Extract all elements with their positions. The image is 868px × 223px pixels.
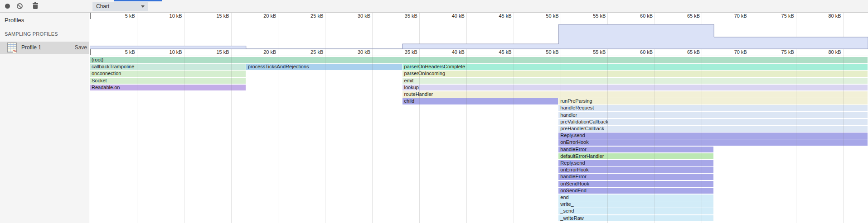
flame-bar-onErrorHook[interactable]: onErrorHook: [558, 167, 713, 173]
flame-bar-Reply.send[interactable]: Reply.send: [558, 133, 868, 139]
flame-ruler-tick-label: 10 kB: [170, 49, 182, 55]
delete-profile-button[interactable]: [30, 0, 41, 12]
flame-bar-Readable.on[interactable]: Readable.on: [90, 85, 246, 91]
flame-bar-defaultErrorHandler[interactable]: defaultErrorHandler: [558, 153, 713, 160]
flame-ruler-tick-label: 5 kB: [125, 49, 135, 55]
gridline: [278, 56, 278, 223]
ruler-origin-tick: [90, 49, 91, 55]
flame-bar-Reply.send[interactable]: Reply.send: [558, 160, 713, 166]
flame-bar-child[interactable]: child: [402, 98, 558, 104]
flame-ruler-tick-label: 25 kB: [310, 49, 323, 55]
gridline: [372, 56, 373, 223]
flame-bar-callbackTrampoline[interactable]: callbackTrampoline: [90, 64, 246, 70]
flame-bar-end[interactable]: end: [558, 195, 713, 201]
flame-ruler-tick-label: 50 kB: [546, 49, 558, 55]
chevron-down-icon: [141, 5, 145, 8]
flame-bar-_writeRaw[interactable]: _writeRaw: [558, 215, 713, 222]
view-mode-value: Chart: [96, 3, 109, 9]
flame-ruler-tick-label: 30 kB: [358, 49, 370, 55]
overview-ruler-tick-label: 40 kB: [452, 13, 465, 19]
memory-overview-area-chart[interactable]: [90, 19, 868, 49]
flame-bar-write_[interactable]: write_: [558, 201, 713, 208]
sampling-profiles-section-label: SAMPLING PROFILES: [5, 31, 58, 37]
flame-bar-handler[interactable]: handler: [558, 112, 868, 119]
overview-ruler-tick-label: 55 kB: [593, 13, 606, 19]
flame-ruler-tick-label: 35 kB: [405, 49, 417, 55]
sidebar-item-profile-1[interactable]: % Profile 1 Save: [0, 42, 89, 54]
flame-ruler-tick-label: 65 kB: [687, 49, 700, 55]
flame-bar-emit[interactable]: emit: [402, 78, 868, 84]
sidebar-title: Profiles: [5, 17, 24, 24]
save-profile-link[interactable]: Save: [75, 44, 87, 51]
ruler-divider: [90, 56, 868, 56]
toolbar: Chart: [0, 0, 868, 13]
profiles-sidebar: Profiles SAMPLING PROFILES % Profile 1 S…: [0, 13, 89, 223]
clear-all-button[interactable]: [14, 0, 25, 12]
overview-ruler-tick-label: 15 kB: [216, 13, 229, 19]
overview-area-shape: [90, 24, 868, 49]
flame-bar-_send[interactable]: _send: [558, 208, 713, 214]
heap-profiler-panel: Chart Profiles SAMPLING PROFILES % Profi…: [0, 0, 868, 223]
overview-ruler-tick-label: 30 kB: [358, 13, 370, 19]
flame-chart-panel: 5 kB5 kB10 kB10 kB15 kB15 kB20 kB20 kB25…: [90, 13, 868, 223]
flame-bar-parserOnHeadersComplete[interactable]: parserOnHeadersComplete: [402, 64, 868, 70]
profile-percent-sheet-icon: %: [7, 43, 17, 52]
flame-bar-handleError[interactable]: handleError: [558, 174, 713, 180]
flame-ruler-tick-label: 45 kB: [499, 49, 512, 55]
ruler-divider: [90, 49, 868, 49]
overview-ruler-tick-label: 75 kB: [781, 13, 794, 19]
block-icon: [17, 3, 23, 9]
trash-icon: [33, 3, 38, 9]
active-tab-indicator: [114, 0, 162, 1]
flame-ruler-tick-label: 40 kB: [452, 49, 465, 55]
flame-ruler-tick-label: 70 kB: [734, 49, 747, 55]
overview-ruler-tick-label: 10 kB: [170, 13, 182, 19]
flame-bar-preHandlerCallback[interactable]: preHandlerCallback: [558, 126, 868, 132]
flame-bar-parserOnIncoming[interactable]: parserOnIncoming: [402, 71, 868, 77]
profile-name: Profile 1: [21, 44, 41, 51]
flame-bar-onErrorHook[interactable]: onErrorHook: [558, 139, 868, 146]
flame-ruler-tick-label: 55 kB: [593, 49, 606, 55]
overview-ruler-tick-label: 35 kB: [405, 13, 417, 19]
overview-ruler-tick-label: 60 kB: [640, 13, 653, 19]
flame-bar-handleRequest[interactable]: handleRequest: [558, 105, 868, 111]
flame-bar-onSendHook[interactable]: onSendHook: [558, 181, 713, 187]
flame-bar-handleError[interactable]: handleError: [558, 147, 713, 153]
overview-ruler-tick-label: 80 kB: [828, 13, 841, 19]
view-mode-select[interactable]: Chart: [92, 2, 148, 11]
flame-ruler-tick-label: 15 kB: [216, 49, 229, 55]
overview-ruler-tick-label: 45 kB: [499, 13, 512, 19]
overview-ruler-tick-label: 50 kB: [546, 13, 558, 19]
flame-bar-preValidationCallback[interactable]: preValidationCallback: [558, 119, 868, 125]
flame-bar-onSendEnd[interactable]: onSendEnd: [558, 188, 713, 194]
overview-ruler-tick-label: 5 kB: [125, 13, 135, 19]
flame-bar-lookup[interactable]: lookup: [402, 85, 868, 91]
flame-bar-root[interactable]: (root): [90, 57, 868, 63]
flame-ruler-tick-label: 80 kB: [828, 49, 841, 55]
overview-ruler-tick-label: 25 kB: [310, 13, 323, 19]
record-circle-icon: [5, 4, 10, 9]
overview-ruler-tick-label: 65 kB: [687, 13, 700, 19]
overview-ruler-tick-label: 20 kB: [263, 13, 276, 19]
flame-bar-processTicksAndRejections[interactable]: processTicksAndRejections: [246, 64, 402, 70]
flame-bar-onconnection[interactable]: onconnection: [90, 71, 246, 77]
toolbar-separator: [27, 3, 27, 9]
ruler-origin-tick: [90, 13, 91, 19]
flame-bar-routeHandler[interactable]: routeHandler: [402, 91, 868, 98]
flame-bar-runPreParsing[interactable]: runPreParsing: [558, 98, 868, 104]
flame-ruler-tick-label: 60 kB: [640, 49, 653, 55]
flame-ruler-tick-label: 75 kB: [781, 49, 794, 55]
flame-ruler-tick-label: 20 kB: [263, 49, 276, 55]
gridline: [325, 56, 325, 223]
overview-ruler-tick-label: 70 kB: [734, 13, 747, 19]
flame-bar-Socket[interactable]: Socket: [90, 78, 246, 84]
record-button[interactable]: [2, 0, 13, 12]
